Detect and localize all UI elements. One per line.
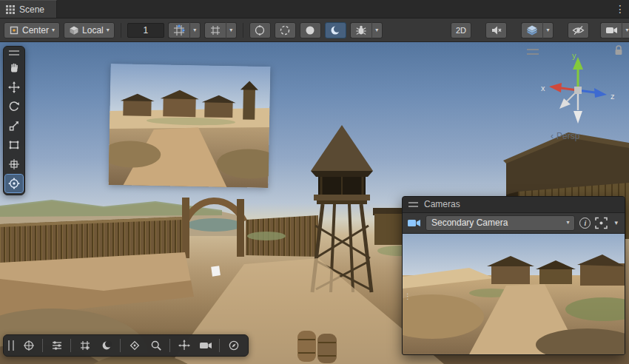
chevron-down-icon: ▾ — [625, 27, 628, 33]
scale-tool-button[interactable] — [5, 117, 23, 135]
cameras-panel-header[interactable]: Cameras — [403, 197, 625, 213]
axis-y-label[interactable]: y — [572, 51, 576, 60]
editor-tools-icon — [8, 178, 20, 189]
chevron-down-icon: ▾ — [52, 27, 55, 33]
orientation-dropdown[interactable]: Local ▾ — [64, 22, 115, 38]
navigation-button[interactable] — [223, 337, 243, 354]
scene-camera-caret[interactable]: ▾ — [622, 22, 629, 38]
lock-icon[interactable] — [614, 45, 623, 55]
bottom-toolbar-separator — [70, 339, 71, 352]
billboard-button[interactable] — [124, 337, 144, 354]
scene-viewport[interactable]: y x z ‹ Persp Cameras Seconda — [0, 42, 629, 364]
cameras-panel-drag-handle[interactable] — [408, 202, 418, 207]
grid-settings-button[interactable] — [75, 337, 95, 354]
info-button[interactable]: i — [579, 218, 591, 229]
projection-toggle[interactable]: ‹ Persp — [551, 131, 579, 141]
chevron-down-icon: ▾ — [546, 27, 549, 33]
moon-button[interactable] — [96, 337, 116, 354]
move-tool-button[interactable] — [5, 78, 23, 96]
circle-filled-toggle[interactable] — [300, 22, 321, 38]
chevron-down-icon: ▾ — [375, 27, 378, 33]
move-overlay-button[interactable] — [174, 337, 194, 354]
scene-tab-grid-icon — [6, 5, 15, 14]
eye-slash-icon — [572, 24, 585, 36]
bug-caret[interactable]: ▾ — [371, 22, 383, 38]
panel-resize-grip[interactable]: ⋮ — [404, 294, 411, 298]
bottom-toolbar-separator — [42, 339, 43, 352]
grid-snap-group: ▾ — [168, 22, 201, 38]
mode-2d-toggle[interactable]: 2D — [451, 22, 471, 38]
circle-dashed-icon — [279, 24, 291, 36]
hand-icon — [8, 62, 20, 74]
back-chevron-icon: ‹ — [551, 131, 554, 141]
camera-icon — [605, 25, 618, 36]
effects-caret[interactable]: ▾ — [542, 22, 554, 38]
camera-overlay-button[interactable] — [195, 337, 215, 354]
rotate-tool-button[interactable] — [5, 98, 23, 115]
scene-camera-button[interactable] — [600, 22, 622, 38]
rect-tool-button[interactable] — [5, 136, 23, 154]
moon-toggle[interactable] — [325, 22, 346, 38]
effects-button[interactable] — [521, 22, 542, 38]
axis-z-label[interactable]: z — [610, 92, 615, 101]
grid-visual-group: ▾ — [204, 22, 237, 38]
axis-x-label[interactable]: x — [541, 84, 545, 92]
view-tool-button[interactable] — [5, 59, 23, 77]
info-glyph: i — [585, 219, 587, 227]
circle-cross-icon — [23, 340, 35, 351]
bug-button[interactable] — [350, 22, 371, 38]
chevron-down-icon: ▾ — [193, 27, 196, 33]
bottom-toolbar-drag-handle[interactable] — [8, 340, 14, 351]
camera-select-value: Secondary Camera — [431, 218, 508, 228]
unity-scene-view-window: Scene ⋮ Center ▾ Local ▾ — [0, 0, 629, 364]
layers-icon — [526, 24, 538, 36]
move-icon — [8, 81, 20, 93]
chevron-down-icon: ▾ — [566, 220, 569, 226]
toolbar-separator — [121, 23, 121, 38]
transform-tool-button[interactable] — [5, 155, 23, 173]
move-dot-icon — [178, 340, 190, 351]
custom-editor-tool-button[interactable] — [5, 175, 23, 192]
sliders-button[interactable] — [47, 337, 67, 354]
tools-drag-handle[interactable] — [9, 50, 19, 55]
tab-scene[interactable]: Scene — [0, 0, 57, 18]
cameras-panel-controls: Secondary Camera ▾ i ▾ — [403, 213, 625, 233]
effects-group: ▾ — [521, 22, 554, 38]
moon-icon — [329, 24, 341, 36]
circle-dashed-toggle[interactable] — [275, 22, 296, 38]
cameras-panel: Cameras Secondary Camera ▾ i — [402, 196, 625, 355]
cameras-panel-title: Cameras — [424, 199, 460, 209]
diamond-icon — [129, 340, 141, 351]
bottom-toolbar-separator — [219, 339, 220, 352]
grid-visibility-caret[interactable]: ▾ — [226, 22, 237, 38]
toolbar-separator — [243, 23, 243, 38]
camera-select-dropdown[interactable]: Secondary Camera ▾ — [426, 215, 575, 231]
tab-scene-label: Scene — [19, 4, 44, 15]
grid-visibility-button[interactable] — [204, 22, 226, 38]
pivot-mode-dropdown[interactable]: Center ▾ — [4, 22, 60, 38]
panel-options-caret[interactable]: ▾ — [612, 220, 620, 226]
scale-icon — [8, 120, 20, 132]
snap-increment-field[interactable] — [127, 23, 164, 38]
moon-icon — [101, 340, 112, 351]
grid-snap-caret[interactable]: ▾ — [189, 22, 201, 38]
scene-visibility-toggle[interactable] — [568, 22, 589, 38]
scene-toolbar: Center ▾ Local ▾ — [0, 18, 629, 42]
tab-options-icon[interactable]: ⋮ — [611, 0, 629, 18]
orientation-gizmo[interactable]: y x z — [537, 50, 619, 131]
bottom-toolbar-separator — [120, 339, 121, 352]
frame-selected-button[interactable] — [595, 217, 608, 229]
circle-cross-button[interactable] — [18, 337, 38, 354]
circle-crosshair-toggle[interactable] — [249, 22, 271, 38]
chevron-down-icon: ▾ — [229, 27, 232, 33]
secondary-camera-render — [403, 234, 625, 354]
audio-mute-toggle[interactable] — [485, 22, 507, 38]
search-button[interactable] — [146, 337, 166, 354]
pivot-mode-label: Center — [22, 25, 49, 36]
search-icon — [150, 340, 162, 351]
grid-snap-button[interactable] — [168, 22, 189, 38]
tools-overlay — [3, 46, 25, 195]
sliders-icon — [51, 340, 63, 351]
mode-2d-label: 2D — [456, 26, 466, 35]
camera-settings-group: ▾ — [600, 22, 629, 38]
